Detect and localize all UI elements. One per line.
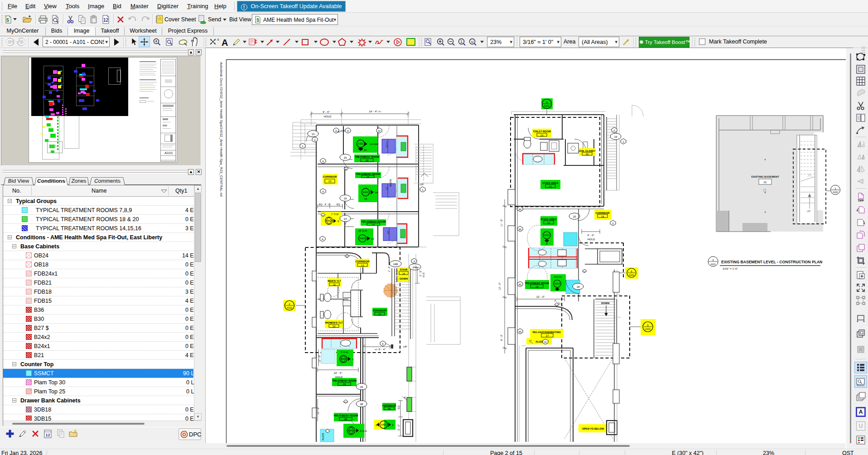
svg-text:CORRIDOR: CORRIDOR bbox=[373, 309, 387, 312]
svg-text:24: 24 bbox=[402, 272, 405, 275]
svg-text:TREATMENT ROOM: TREATMENT ROOM bbox=[525, 282, 549, 285]
svg-text:A402: A402 bbox=[358, 142, 363, 145]
svg-text:13: 13 bbox=[361, 264, 364, 267]
svg-text:16: 16 bbox=[344, 156, 347, 159]
svg-text:$: $ bbox=[6, 17, 9, 23]
svg-text:14 SIM: 14 SIM bbox=[370, 143, 378, 145]
svg-text:09: 09 bbox=[360, 386, 363, 388]
svg-text:14: 14 bbox=[371, 237, 374, 240]
svg-text:TREATMENT ROOM: TREATMENT ROOM bbox=[356, 173, 380, 175]
svg-text:19: 19 bbox=[614, 136, 617, 138]
svg-text:EXISTING BASEMENT LEVEL - CONS: EXISTING BASEMENT LEVEL - CONSTRUCTION P… bbox=[721, 260, 822, 264]
svg-text:A403: A403 bbox=[544, 234, 550, 237]
svg-text:JAN. CLOSET: JAN. CLOSET bbox=[579, 150, 596, 152]
svg-text:21: 21 bbox=[549, 185, 552, 188]
svg-text:12' - 0": 12' - 0" bbox=[536, 295, 545, 298]
svg-text:EQ.: EQ. bbox=[397, 405, 400, 409]
svg-text:HOLD: HOLD bbox=[324, 115, 332, 118]
svg-text:4': 4' bbox=[217, 38, 219, 42]
svg-text:STAIR: STAIR bbox=[400, 268, 408, 271]
svg-text:2-8: 2-8 bbox=[386, 187, 388, 190]
svg-text:W1: W1 bbox=[519, 284, 522, 286]
svg-text:5 O.H.: 5 O.H. bbox=[341, 351, 349, 353]
svg-text:A: A bbox=[322, 190, 324, 193]
svg-text:13: 13 bbox=[328, 180, 332, 183]
svg-text:OPEN TO BELOW: OPEN TO BELOW bbox=[582, 427, 604, 430]
svg-text:D1: D1 bbox=[322, 214, 324, 217]
svg-text:09: 09 bbox=[343, 383, 346, 386]
svg-text:16: 16 bbox=[366, 159, 368, 162]
svg-text:WOMEN'S TLT: WOMEN'S TLT bbox=[325, 321, 343, 324]
svg-text:TREATMENT ROOM: TREATMENT ROOM bbox=[332, 379, 357, 382]
svg-text:08: 08 bbox=[360, 403, 363, 406]
svg-text:3: 3 bbox=[712, 259, 714, 261]
svg-text:A: A bbox=[347, 130, 349, 132]
svg-text:1' - 8": 1' - 8" bbox=[388, 266, 391, 272]
svg-text:19: 19 bbox=[601, 215, 604, 218]
svg-text:24B: 24B bbox=[393, 263, 398, 266]
svg-text:12' - 9": 12' - 9" bbox=[317, 407, 319, 415]
svg-text:TOILET ROOM: TOILET ROOM bbox=[533, 130, 551, 133]
svg-text:RELAXATION/WAITING: RELAXATION/WAITING bbox=[533, 331, 561, 334]
svg-text:+/- 5' - 4": +/- 5' - 4" bbox=[375, 348, 386, 351]
svg-text:W1: W1 bbox=[519, 228, 522, 231]
svg-text:15 O.H.: 15 O.H. bbox=[358, 229, 368, 232]
svg-text:UP: UP bbox=[420, 183, 424, 186]
svg-text:63: 63 bbox=[544, 341, 547, 344]
svg-text:CORRIDOR: CORRIDOR bbox=[323, 175, 337, 178]
svg-text:A: A bbox=[322, 238, 323, 241]
svg-text:EXISTING BASEMENT: EXISTING BASEMENT bbox=[751, 175, 779, 178]
svg-text:STAFF AREA: STAFF AREA bbox=[542, 182, 558, 184]
svg-text:D1: D1 bbox=[555, 304, 558, 306]
svg-text:18: 18 bbox=[577, 286, 580, 288]
svg-text:A102: A102 bbox=[287, 306, 292, 309]
svg-text:A402: A402 bbox=[360, 237, 365, 240]
svg-text:4: 4 bbox=[352, 358, 354, 361]
svg-text:TREATMENT ROOM: TREATMENT ROOM bbox=[361, 220, 386, 223]
svg-text:A102: A102 bbox=[629, 274, 634, 276]
svg-text:22: 22 bbox=[586, 153, 589, 155]
svg-text:23: 23 bbox=[540, 134, 544, 137]
svg-text:12: 12 bbox=[103, 18, 109, 23]
svg-text:12: 12 bbox=[45, 433, 50, 437]
svg-text:UP: UP bbox=[807, 210, 810, 213]
svg-text:13: 13 bbox=[312, 133, 315, 136]
svg-text:10' - 0": 10' - 0" bbox=[334, 372, 342, 374]
svg-text:$: $ bbox=[256, 18, 259, 23]
svg-text:ALIGN: ALIGN bbox=[322, 433, 324, 440]
svg-text:ALIGN: ALIGN bbox=[389, 179, 392, 187]
svg-text:DOWN: DOWN bbox=[601, 302, 609, 305]
svg-text:7 TYP.: 7 TYP. bbox=[331, 213, 339, 216]
svg-text:06: 06 bbox=[388, 407, 391, 410]
svg-text:D1: D1 bbox=[346, 256, 348, 258]
svg-text:W1: W1 bbox=[519, 331, 522, 333]
svg-text:A102: A102 bbox=[645, 328, 651, 330]
svg-text:D1: D1 bbox=[345, 168, 347, 170]
svg-text:14' - 4" +/-: 14' - 4" +/- bbox=[369, 110, 381, 113]
svg-text:HOLD: HOLD bbox=[588, 238, 595, 241]
svg-text:4' - 0": 4' - 0" bbox=[587, 234, 594, 237]
svg-text:15: 15 bbox=[366, 176, 369, 179]
svg-text:12: 12 bbox=[378, 313, 381, 315]
svg-text:4 O.H.: 4 O.H. bbox=[360, 430, 368, 432]
svg-text:STAFF AREA: STAFF AREA bbox=[540, 218, 556, 221]
svg-text:4' - 0": 4' - 0" bbox=[324, 203, 330, 206]
svg-text:2' - 5": 2' - 5" bbox=[419, 270, 422, 276]
svg-text:01: 01 bbox=[764, 181, 767, 184]
svg-text:DOWN: DOWN bbox=[400, 277, 408, 280]
svg-text:UP: UP bbox=[403, 345, 407, 348]
svg-text:A101: A101 bbox=[710, 263, 716, 266]
svg-text:D1: D1 bbox=[583, 271, 586, 273]
svg-text:EQ: EQ bbox=[337, 203, 340, 206]
svg-text:1: 1 bbox=[460, 39, 463, 44]
svg-text:8": 8" bbox=[403, 396, 407, 399]
svg-text:24A: 24A bbox=[413, 266, 418, 269]
svg-text:4 O.H.: 4 O.H. bbox=[554, 276, 562, 278]
svg-text:A403: A403 bbox=[555, 282, 560, 285]
svg-text:63: 63 bbox=[378, 130, 381, 132]
svg-text:15: 15 bbox=[364, 149, 367, 151]
svg-text:ALIGN: ALIGN bbox=[535, 340, 544, 343]
svg-text:CORRIDOR: CORRIDOR bbox=[356, 260, 370, 263]
svg-text:14: 14 bbox=[375, 191, 378, 194]
svg-text:TREATMENT ROOM: TREATMENT ROOM bbox=[333, 414, 358, 417]
